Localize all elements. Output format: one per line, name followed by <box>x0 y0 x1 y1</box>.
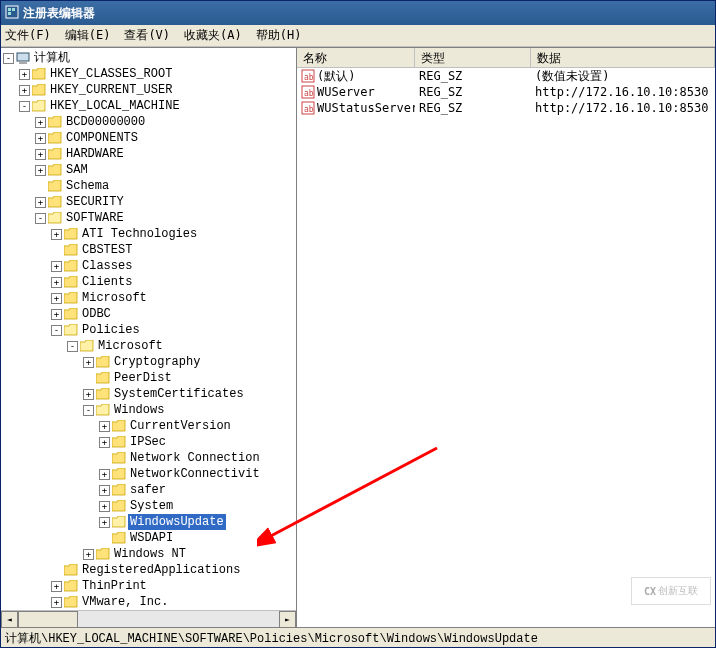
list-row[interactable]: ab(默认)REG_SZ(数值未设置) <box>297 68 715 84</box>
tree-item-hkcr[interactable]: +HKEY_CLASSES_ROOT <box>3 66 294 82</box>
tree-item-safer[interactable]: +safer <box>3 482 294 498</box>
watermark-text: 创新互联 <box>658 584 698 598</box>
expander-icon[interactable]: + <box>19 85 30 96</box>
tree-item-classes[interactable]: +Classes <box>3 258 294 274</box>
string-value-icon: ab <box>301 69 315 83</box>
col-name[interactable]: 名称 <box>297 48 415 67</box>
tree-item-microsoft[interactable]: +Microsoft <box>3 290 294 306</box>
tree-item-ipsec[interactable]: +IPSec <box>3 434 294 450</box>
tree-item-crypto[interactable]: +Cryptography <box>3 354 294 370</box>
expander-icon[interactable]: + <box>51 293 62 304</box>
expander-icon[interactable]: + <box>35 197 46 208</box>
expander-icon[interactable]: + <box>51 261 62 272</box>
tree-item-wupdate[interactable]: +WindowsUpdate <box>3 514 294 530</box>
menu-view[interactable]: 查看(V) <box>124 27 170 44</box>
tree-item-thinprint[interactable]: +ThinPrint <box>3 578 294 594</box>
list-body[interactable]: ab(默认)REG_SZ(数值未设置)abWUServerREG_SZhttp:… <box>297 68 715 627</box>
tree-item-software[interactable]: -SOFTWARE <box>3 210 294 226</box>
expander-icon[interactable]: + <box>83 357 94 368</box>
list-row[interactable]: abWUServerREG_SZhttp://172.16.10.10:8530 <box>297 84 715 100</box>
expander-icon[interactable]: + <box>51 229 62 240</box>
tree-label: WSDAPI <box>128 530 175 546</box>
tree-item-winnt[interactable]: +Windows NT <box>3 546 294 562</box>
tree-item-hklm[interactable]: -HKEY_LOCAL_MACHINE <box>3 98 294 114</box>
tree-hscroll[interactable]: ◄ ► <box>1 610 296 627</box>
expander-icon[interactable]: + <box>99 517 110 528</box>
menu-edit[interactable]: 编辑(E) <box>65 27 111 44</box>
regedit-window: 注册表编辑器 文件(F) 编辑(E) 查看(V) 收藏夹(A) 帮助(H) -计… <box>0 0 716 648</box>
expander-icon[interactable]: - <box>51 325 62 336</box>
expander-icon[interactable]: + <box>35 117 46 128</box>
expander-icon[interactable]: + <box>99 469 110 480</box>
folder-icon <box>64 324 78 336</box>
expander-icon[interactable]: + <box>99 485 110 496</box>
tree-item-components[interactable]: +COMPONENTS <box>3 130 294 146</box>
expander-icon[interactable]: - <box>3 53 14 64</box>
tree-label: SystemCertificates <box>112 386 246 402</box>
scroll-track[interactable] <box>78 611 279 627</box>
expander-icon[interactable]: + <box>99 421 110 432</box>
menu-help[interactable]: 帮助(H) <box>256 27 302 44</box>
tree-label: HKEY_CURRENT_USER <box>48 82 174 98</box>
scroll-right-button[interactable]: ► <box>279 611 296 627</box>
tree-item-vmware[interactable]: +VMware, Inc. <box>3 594 294 610</box>
tree-item-regapps[interactable]: RegisteredApplications <box>3 562 294 578</box>
tree-item-syscert[interactable]: +SystemCertificates <box>3 386 294 402</box>
tree-item-peerdist[interactable]: PeerDist <box>3 370 294 386</box>
tree-item-pmicrosoft[interactable]: -Microsoft <box>3 338 294 354</box>
folder-icon <box>64 276 78 288</box>
value-data: http://172.16.10.10:8530 <box>531 101 715 115</box>
expander-icon[interactable]: + <box>51 277 62 288</box>
tree-item-system[interactable]: +System <box>3 498 294 514</box>
col-data[interactable]: 数据 <box>531 48 715 67</box>
expander-icon[interactable]: + <box>99 437 110 448</box>
expander-icon[interactable]: - <box>19 101 30 112</box>
registry-tree[interactable]: -计算机+HKEY_CLASSES_ROOT+HKEY_CURRENT_USER… <box>1 48 296 610</box>
tree-item-schema[interactable]: Schema <box>3 178 294 194</box>
expander-icon[interactable]: + <box>35 165 46 176</box>
menu-fav[interactable]: 收藏夹(A) <box>184 27 242 44</box>
expander-icon[interactable]: - <box>83 405 94 416</box>
col-type[interactable]: 类型 <box>415 48 531 67</box>
tree-item-hardware[interactable]: +HARDWARE <box>3 146 294 162</box>
menu-file[interactable]: 文件(F) <box>5 27 51 44</box>
expander-icon[interactable]: + <box>99 501 110 512</box>
tree-item-curver[interactable]: +CurrentVersion <box>3 418 294 434</box>
tree-item-root[interactable]: -计算机 <box>3 50 294 66</box>
tree-item-netconn[interactable]: Network Connection <box>3 450 294 466</box>
tree-label: RegisteredApplications <box>80 562 242 578</box>
tree-item-windows[interactable]: -Windows <box>3 402 294 418</box>
tree-item-clients[interactable]: +Clients <box>3 274 294 290</box>
expander-icon[interactable]: - <box>67 341 78 352</box>
expander-icon[interactable]: + <box>83 389 94 400</box>
folder-icon <box>64 564 78 576</box>
folder-icon <box>64 228 78 240</box>
folder-icon <box>48 132 62 144</box>
list-row[interactable]: abWUStatusServerREG_SZhttp://172.16.10.1… <box>297 100 715 116</box>
expander-icon[interactable]: + <box>51 581 62 592</box>
tree-label: Cryptography <box>112 354 202 370</box>
scroll-left-button[interactable]: ◄ <box>1 611 18 627</box>
tree-label: Microsoft <box>96 338 165 354</box>
tree-item-odbc[interactable]: +ODBC <box>3 306 294 322</box>
expander-icon[interactable]: + <box>19 69 30 80</box>
expander-icon[interactable]: + <box>35 149 46 160</box>
tree-item-ati[interactable]: +ATI Technologies <box>3 226 294 242</box>
scroll-thumb[interactable] <box>18 611 78 627</box>
tree-item-sam[interactable]: +SAM <box>3 162 294 178</box>
expander-icon[interactable]: - <box>35 213 46 224</box>
tree-item-wsdapi[interactable]: WSDAPI <box>3 530 294 546</box>
tree-item-security[interactable]: +SECURITY <box>3 194 294 210</box>
tree-item-hkcu[interactable]: +HKEY_CURRENT_USER <box>3 82 294 98</box>
tree-item-bcd[interactable]: +BCD00000000 <box>3 114 294 130</box>
titlebar[interactable]: 注册表编辑器 <box>1 1 715 25</box>
expander-icon[interactable]: + <box>35 133 46 144</box>
expander-icon[interactable]: + <box>51 597 62 608</box>
tree-item-cbstest[interactable]: CBSTEST <box>3 242 294 258</box>
tree-label: HKEY_CLASSES_ROOT <box>48 66 174 82</box>
tree-item-policies[interactable]: -Policies <box>3 322 294 338</box>
expander-icon[interactable]: + <box>83 549 94 560</box>
tree-item-netconnv[interactable]: +NetworkConnectivit <box>3 466 294 482</box>
folder-icon <box>48 212 62 224</box>
expander-icon[interactable]: + <box>51 309 62 320</box>
